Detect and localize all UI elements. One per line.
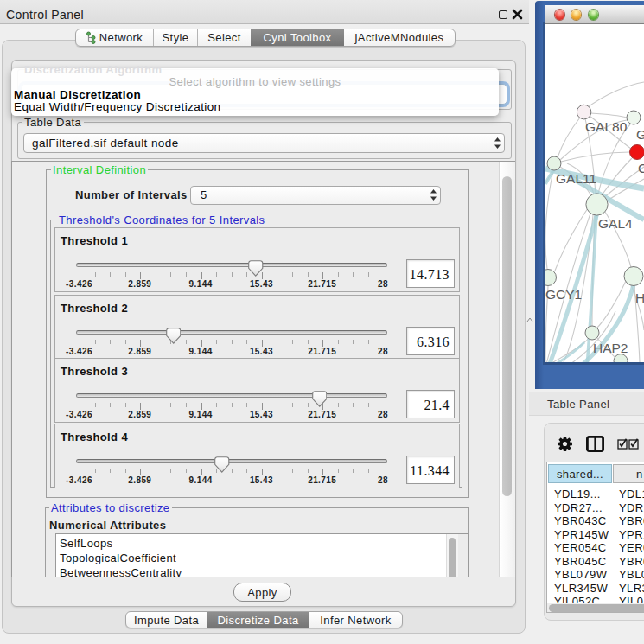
svg-text:C: C xyxy=(638,161,644,175)
svg-text:GAL80: GAL80 xyxy=(585,119,628,134)
svg-text:H: H xyxy=(635,290,644,305)
svg-text:GAL11: GAL11 xyxy=(556,171,596,186)
svg-text:GAL4: GAL4 xyxy=(598,216,633,231)
svg-text:HAP2: HAP2 xyxy=(593,341,628,355)
svg-text:GA: GA xyxy=(636,127,644,142)
svg-text:GCY1: GCY1 xyxy=(545,287,582,302)
